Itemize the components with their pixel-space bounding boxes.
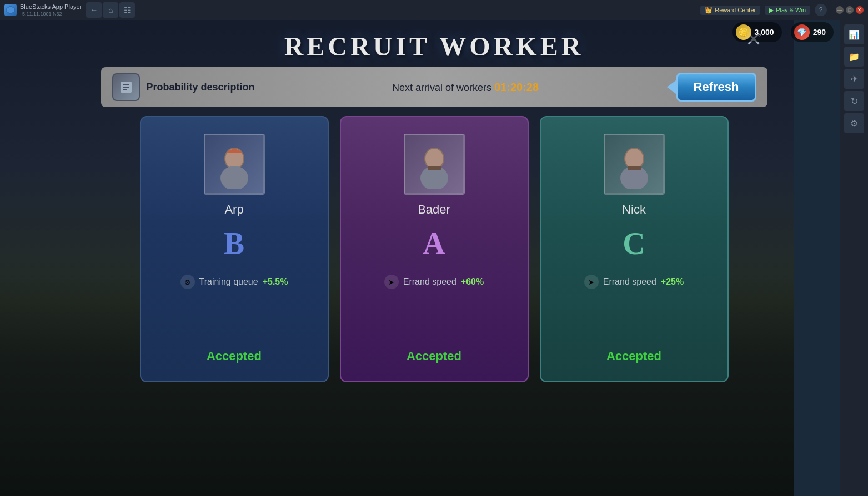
svg-rect-3: [123, 87, 129, 88]
accept-button[interactable]: Accepted: [606, 345, 661, 368]
refresh-button[interactable]: Refresh: [676, 73, 756, 102]
skill-value: +60%: [461, 277, 484, 287]
worker-grade: B: [224, 226, 244, 261]
play-win-label: Play & Win: [776, 7, 806, 13]
play-icon: ▶: [769, 7, 774, 14]
accept-button[interactable]: Accepted: [407, 345, 461, 368]
nav-buttons: ← ⌂ ☷: [86, 2, 135, 18]
skill-value: +5.5%: [263, 277, 288, 287]
modal-title-area: RECRUIT WORKER ✕: [101, 20, 767, 67]
svg-marker-0: [7, 6, 14, 14]
app-name: BlueStacks App Player: [20, 3, 82, 10]
bluestacks-logo: [4, 4, 17, 16]
reward-center-button[interactable]: 👑 Reward Center: [700, 6, 760, 15]
currency-bar: 🪙 3,000 💎 290: [726, 20, 840, 44]
skill-icon: ➤: [584, 275, 599, 289]
prob-icon: [112, 73, 140, 101]
next-arrival-label: Next arrival of workers: [392, 82, 491, 93]
sidebar-icon-folder[interactable]: 📁: [844, 47, 864, 67]
worker-name: Nick: [622, 203, 646, 217]
worker-skill: ➤ Errand speed +25%: [584, 275, 684, 289]
skill-name: Errand speed: [403, 277, 456, 287]
skill-icon: ➤: [384, 275, 399, 289]
sidebar-icon-refresh[interactable]: ↻: [844, 91, 864, 111]
worker-card-nick[interactable]: Nick C ➤ Errand speed +25% Accepted: [540, 116, 729, 382]
maximize-button[interactable]: □: [846, 6, 854, 14]
next-arrival-display: Next arrival of workers 01:20:28: [255, 81, 676, 94]
reward-center-label: Reward Center: [715, 7, 756, 13]
gems-display: 💎 290: [791, 22, 834, 42]
worker-card-bader[interactable]: Bader A ➤ Errand speed +60% Accepted: [340, 116, 529, 382]
svg-rect-2: [123, 84, 129, 85]
svg-rect-11: [428, 166, 441, 170]
svg-point-7: [220, 166, 248, 189]
accept-button[interactable]: Accepted: [207, 345, 262, 368]
worker-portrait-bader: [404, 134, 465, 195]
modal-title: RECRUIT WORKER: [101, 31, 767, 62]
worker-portrait-arp: [204, 134, 265, 195]
sidebar-icon-settings[interactable]: ⚙: [844, 113, 864, 133]
recruit-worker-modal: RECRUIT WORKER ✕ Probability description…: [101, 20, 767, 382]
svg-point-13: [625, 149, 643, 169]
header-bar: Probability description Next arrival of …: [101, 67, 767, 107]
timer-display: 01:20:28: [494, 81, 539, 93]
prob-desc-label[interactable]: Probability description: [147, 82, 255, 93]
worker-cards-container: Arp B ⊗ Training queue +5.5% Accepted Ba…: [101, 116, 767, 382]
worker-skill: ➤ Errand speed +60%: [384, 275, 484, 289]
worker-skill: ⊗ Training queue +5.5%: [180, 275, 288, 289]
titlebar-right: 👑 Reward Center ▶ Play & Win ? — □ ✕: [700, 4, 864, 16]
worker-name: Bader: [418, 203, 450, 217]
worker-name: Arp: [224, 203, 243, 217]
skill-name: Errand speed: [603, 277, 656, 287]
worker-portrait-nick: [604, 134, 665, 195]
svg-point-9: [425, 149, 443, 169]
home-button[interactable]: ⌂: [103, 2, 118, 18]
svg-rect-15: [628, 166, 641, 170]
play-win-button[interactable]: ▶ Play & Win: [765, 6, 810, 15]
coins-value: 3,000: [755, 28, 774, 37]
worker-grade: A: [423, 226, 445, 261]
skill-value: +25%: [661, 277, 684, 287]
sidebar-icon-plane[interactable]: ✈: [844, 69, 864, 89]
coins-display: 🪙 3,000: [732, 22, 782, 42]
worker-grade: C: [623, 226, 645, 261]
gems-icon: 💎: [794, 24, 810, 40]
titlebar: BlueStacks App Player 5.11.11.1001 N32 ←…: [0, 0, 868, 20]
gems-value: 290: [813, 28, 826, 37]
back-button[interactable]: ←: [86, 2, 102, 18]
worker-card-arp[interactable]: Arp B ⊗ Training queue +5.5% Accepted: [140, 116, 329, 382]
crown-icon: 👑: [705, 7, 713, 14]
window-close-button[interactable]: ✕: [856, 6, 864, 14]
app-version: 5.11.11.1001 N32: [22, 11, 82, 17]
help-button[interactable]: ?: [815, 4, 827, 16]
tabs-button[interactable]: ☷: [119, 2, 135, 18]
sidebar-icon-chart[interactable]: 📊: [844, 24, 864, 44]
right-sidebar: 📊 📁 ✈ ↻ ⚙: [840, 20, 868, 496]
skill-name: Training queue: [199, 277, 258, 287]
window-controls: — □ ✕: [836, 6, 864, 14]
minimize-button[interactable]: —: [836, 6, 844, 14]
coins-icon: 🪙: [736, 24, 751, 40]
svg-rect-4: [123, 89, 127, 90]
skill-icon: ⊗: [180, 275, 195, 289]
